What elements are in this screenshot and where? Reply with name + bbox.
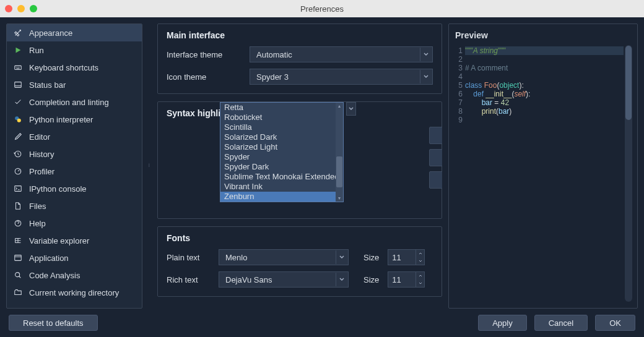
titlebar: Preferences xyxy=(0,0,644,17)
syntax-action-button-1[interactable] xyxy=(429,127,442,144)
python-icon xyxy=(13,114,23,124)
run-icon xyxy=(13,45,23,55)
sidebar-item-completion[interactable]: Completion and linting xyxy=(7,93,142,111)
plain-text-size-spinner[interactable] xyxy=(416,249,425,265)
preview-title: Preview xyxy=(454,30,632,40)
sidebar-item-label: Completion and linting xyxy=(29,98,109,107)
svg-rect-8 xyxy=(15,255,22,261)
sidebar-item-label: Current working directory xyxy=(29,288,119,297)
sidebar-item-appearance[interactable]: Appearance xyxy=(7,24,142,41)
sidebar-item-application[interactable]: Application xyxy=(7,249,142,267)
sidebar-item-label: Code Analysis xyxy=(29,271,80,280)
svg-point-9 xyxy=(15,273,20,277)
dropdown-option[interactable]: Solarized Light xyxy=(220,142,343,152)
plain-text-font-select[interactable]: Menlo xyxy=(219,249,349,265)
scrollbar-thumb[interactable] xyxy=(336,156,342,187)
interface-theme-value: Automatic xyxy=(256,50,292,59)
plain-size-label: Size xyxy=(363,253,379,262)
sidebar-item-statusbar[interactable]: Status bar xyxy=(7,76,142,93)
cancel-button[interactable]: Cancel xyxy=(534,315,588,331)
sidebar-item-codeanalysis[interactable]: Code Analysis xyxy=(7,267,142,284)
minimize-window-button[interactable] xyxy=(17,5,25,12)
editor-icon xyxy=(13,132,23,142)
dropdown-option[interactable]: Roboticket xyxy=(220,113,343,122)
sidebar-item-python[interactable]: Python interpreter xyxy=(7,111,142,128)
dropdown-option[interactable]: Spyder Dark xyxy=(220,162,343,172)
sidebar-item-run[interactable]: Run xyxy=(7,41,142,59)
preview-panel: Preview 123456789 """A string""" # A com… xyxy=(448,23,638,309)
preview-scrollbar[interactable] xyxy=(625,45,632,302)
syntax-action-button-3[interactable] xyxy=(429,171,442,189)
sidebar-item-label: Help xyxy=(29,219,46,228)
sidebar-item-editor[interactable]: Editor xyxy=(7,128,142,145)
dropdown-scrollbar[interactable]: ▴ ▾ xyxy=(336,103,343,202)
rich-text-font-value: DejaVu Sans xyxy=(225,275,272,284)
sidebar-item-label: Status bar xyxy=(29,80,66,90)
rich-size-label: Size xyxy=(363,275,379,284)
dropdown-option[interactable]: Solarized Dark xyxy=(220,132,343,142)
help-icon xyxy=(13,218,23,228)
sidebar-item-label: Python interpreter xyxy=(29,115,93,124)
plain-text-size-value: 11 xyxy=(392,253,401,262)
spinner-up-icon[interactable] xyxy=(416,250,424,257)
sidebar-item-label: Keyboard shortcuts xyxy=(29,63,98,72)
interface-theme-select[interactable]: Automatic xyxy=(250,46,433,62)
sidebar-item-label: Variable explorer xyxy=(29,236,89,245)
sidebar: AppearanceRunKeyboard shortcutsStatus ba… xyxy=(6,23,142,309)
window-title: Preferences xyxy=(300,4,344,14)
sidebar-item-history[interactable]: History xyxy=(7,145,142,163)
sidebar-item-profiler[interactable]: Profiler xyxy=(7,163,142,180)
syntax-theme-group: Syntax highlighting theme RettaRoboticke… xyxy=(157,101,442,219)
rich-text-size-value: 11 xyxy=(392,275,401,284)
statusbar-icon xyxy=(13,80,23,90)
rich-text-font-select[interactable]: DejaVu Sans xyxy=(219,271,349,288)
sidebar-item-keyboard[interactable]: Keyboard shortcuts xyxy=(7,59,142,76)
sidebar-item-label: Run xyxy=(29,46,44,55)
sidebar-item-label: Appearance xyxy=(29,28,72,38)
dropdown-option[interactable]: Spyder xyxy=(220,152,343,162)
sidebar-item-ipython[interactable]: IPython console xyxy=(7,180,142,197)
sidebar-item-files[interactable]: Files xyxy=(7,197,142,215)
maximize-window-button[interactable] xyxy=(30,5,37,12)
apply-button[interactable]: Apply xyxy=(478,315,527,331)
plain-text-size-input[interactable]: 11 xyxy=(388,249,416,265)
rich-text-size-spinner[interactable] xyxy=(416,271,425,288)
main-interface-group: Main interface Interface theme Automatic… xyxy=(157,23,442,94)
chevron-down-icon xyxy=(420,48,429,61)
sidebar-item-cwd[interactable]: Current working directory xyxy=(7,284,142,301)
rich-text-label: Rich text xyxy=(167,275,210,284)
syntax-theme-dropdown-button[interactable] xyxy=(346,102,356,116)
scroll-down-arrow-icon[interactable]: ▾ xyxy=(338,195,341,202)
sidebar-item-label: Files xyxy=(29,202,46,211)
plain-text-label: Plain text xyxy=(167,253,210,262)
syntax-action-button-2[interactable] xyxy=(429,149,442,166)
svg-rect-6 xyxy=(15,186,22,192)
dropdown-option[interactable]: Scintilla xyxy=(220,122,343,132)
splitter-handle[interactable]: ⠇ xyxy=(149,23,151,309)
sidebar-item-label: Editor xyxy=(29,132,50,142)
dropdown-option[interactable]: Retta xyxy=(220,103,343,113)
code-preview[interactable]: 123456789 """A string""" # A comment cla… xyxy=(454,45,632,302)
scrollbar-thumb[interactable] xyxy=(625,46,632,120)
files-icon xyxy=(13,201,23,211)
spinner-down-icon[interactable] xyxy=(416,279,424,287)
history-icon xyxy=(13,149,23,159)
spinner-down-icon[interactable] xyxy=(416,257,424,265)
sidebar-item-varexp[interactable]: Variable explorer xyxy=(7,232,142,249)
sidebar-item-help[interactable]: Help xyxy=(7,215,142,232)
icon-theme-value: Spyder 3 xyxy=(256,72,289,82)
close-window-button[interactable] xyxy=(5,5,12,12)
dropdown-option[interactable]: Zenburn xyxy=(220,192,343,202)
scroll-up-arrow-icon[interactable]: ▴ xyxy=(338,103,341,109)
dropdown-option[interactable]: Vibrant Ink xyxy=(220,182,343,192)
icon-theme-select[interactable]: Spyder 3 xyxy=(250,69,433,85)
ok-button[interactable]: OK xyxy=(595,315,635,331)
svg-rect-1 xyxy=(15,82,22,88)
spinner-up-icon[interactable] xyxy=(416,272,424,279)
sidebar-item-label: Application xyxy=(29,254,69,263)
dropdown-option[interactable]: Sublime Text Monokai Extended xyxy=(220,172,343,182)
reset-defaults-button[interactable]: Reset to defaults xyxy=(9,315,98,331)
syntax-theme-dropdown-list[interactable]: RettaRoboticketScintillaSolarized DarkSo… xyxy=(220,102,344,202)
icon-theme-label: Icon theme xyxy=(167,72,241,82)
rich-text-size-input[interactable]: 11 xyxy=(388,271,416,288)
